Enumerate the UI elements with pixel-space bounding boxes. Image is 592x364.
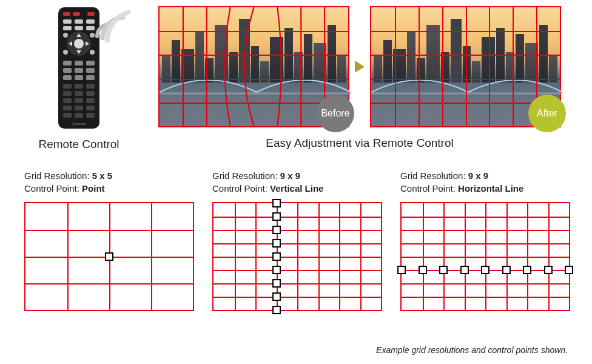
svg-rect-21: [75, 61, 83, 66]
svg-rect-29: [63, 84, 72, 89]
svg-rect-28: [86, 75, 95, 80]
after-badge: After: [528, 95, 566, 132]
adjustment-caption: Easy Adjustment via Remote Control: [266, 136, 453, 150]
svg-point-16: [63, 33, 68, 38]
grid-box-1: [24, 202, 194, 311]
svg-rect-41: [63, 113, 72, 118]
cp-value: Point: [82, 183, 105, 194]
grid-label-2: Grid Resolution: 9 x 9 Control Point: Ve…: [212, 169, 382, 195]
svg-rect-20: [63, 61, 72, 66]
control-point: [481, 266, 489, 274]
footnote: Example grid resolutions and control poi…: [376, 345, 568, 355]
grid-example-3: Grid Resolution: 9 x 9 Control Point: Ho…: [400, 169, 570, 311]
control-point: [105, 252, 113, 261]
res-value: 5 x 5: [92, 170, 112, 181]
before-badge: Before: [317, 95, 354, 132]
svg-rect-31: [86, 84, 95, 89]
svg-rect-26: [63, 75, 72, 80]
adjustment-images: Before Afte: [158, 6, 561, 127]
control-point: [272, 212, 281, 221]
svg-rect-2: [73, 12, 80, 16]
svg-rect-39: [75, 106, 83, 110]
grid-box-3: [400, 202, 570, 311]
bottom-row: Grid Resolution: 5 x 5 Control Point: Po…: [0, 151, 592, 311]
remote-column: Panasonic Remote Control: [24, 6, 133, 151]
svg-rect-22: [86, 61, 95, 66]
grid-box-2: [212, 202, 382, 311]
cp-label: Control Point:: [400, 183, 458, 194]
svg-rect-34: [86, 91, 95, 96]
res-label: Grid Resolution:: [212, 170, 280, 181]
svg-rect-38: [63, 106, 72, 110]
after-image: After: [370, 6, 561, 127]
cp-label: Control Point:: [212, 183, 270, 194]
control-point: [272, 252, 281, 261]
svg-rect-8: [75, 26, 83, 30]
svg-rect-7: [63, 26, 72, 30]
control-point: [272, 279, 281, 288]
control-point: [272, 239, 281, 248]
svg-rect-30: [75, 84, 83, 89]
control-point: [272, 226, 281, 234]
svg-rect-1: [63, 12, 70, 16]
grid-example-1: Grid Resolution: 5 x 5 Control Point: Po…: [24, 169, 194, 311]
svg-text:Panasonic: Panasonic: [72, 122, 86, 126]
control-point: [272, 292, 281, 301]
svg-rect-37: [86, 98, 95, 103]
control-point: [272, 306, 281, 314]
control-point: [419, 266, 427, 274]
control-point: [523, 266, 531, 274]
arrow-icon: [352, 59, 367, 74]
svg-rect-35: [63, 98, 72, 103]
svg-rect-24: [75, 68, 83, 73]
cp-value: Horizontal Line: [458, 183, 523, 194]
grid-example-2: Grid Resolution: 9 x 9 Control Point: Ve…: [212, 169, 382, 311]
res-value: 9 x 9: [280, 170, 300, 181]
res-value: 9 x 9: [468, 170, 488, 181]
cp-value: Vertical Line: [270, 183, 323, 194]
svg-rect-33: [75, 91, 83, 96]
svg-rect-36: [75, 98, 83, 103]
svg-rect-32: [63, 91, 72, 96]
res-label: Grid Resolution:: [400, 170, 468, 181]
remote-wrap: Panasonic: [24, 6, 133, 130]
svg-rect-23: [63, 68, 72, 73]
svg-rect-6: [86, 19, 95, 24]
adjustment-column: Before Afte: [152, 6, 568, 150]
res-label: Grid Resolution:: [24, 170, 92, 181]
svg-rect-25: [86, 68, 95, 73]
svg-marker-46: [355, 61, 365, 73]
control-point: [397, 266, 406, 274]
cp-label: Control Point:: [24, 183, 82, 194]
svg-point-11: [74, 39, 84, 49]
control-point: [439, 266, 448, 274]
grid-label-1: Grid Resolution: 5 x 5 Control Point: Po…: [24, 169, 194, 195]
control-point: [565, 266, 573, 274]
control-point: [544, 266, 553, 274]
svg-rect-5: [75, 19, 83, 24]
control-point: [502, 266, 511, 274]
svg-rect-42: [75, 113, 83, 118]
svg-point-19: [90, 50, 95, 55]
control-point: [272, 199, 281, 207]
control-point: [272, 266, 281, 274]
control-point: [460, 266, 469, 274]
svg-rect-27: [75, 75, 83, 80]
remote-caption: Remote Control: [38, 138, 119, 151]
svg-rect-40: [86, 106, 95, 110]
before-image: Before: [158, 6, 349, 127]
svg-point-18: [63, 50, 68, 55]
grid-label-3: Grid Resolution: 9 x 9 Control Point: Ho…: [400, 169, 570, 195]
top-row: Panasonic Remote Control: [0, 0, 592, 151]
svg-rect-43: [86, 113, 95, 118]
signal-waves-icon: [94, 6, 130, 42]
svg-rect-9: [86, 26, 95, 30]
svg-rect-4: [63, 19, 72, 24]
